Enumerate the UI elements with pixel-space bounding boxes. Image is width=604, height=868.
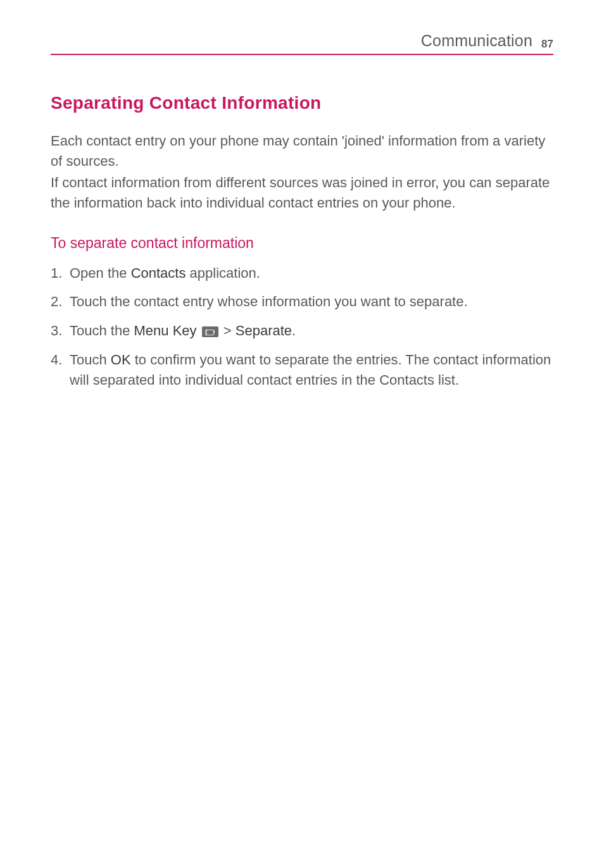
step-number: 3.: [51, 321, 62, 341]
gt-symbol: >: [220, 323, 236, 338]
document-page: Communication 87 Separating Contact Info…: [0, 0, 604, 437]
step-number: 2.: [51, 292, 62, 312]
step-text-post: application.: [186, 265, 260, 281]
menu-key-icon: [202, 326, 218, 337]
step-text: Touch the contact entry whose informatio…: [70, 294, 468, 309]
step-number: 4.: [51, 350, 62, 370]
menu-key-label: Menu Key: [134, 323, 197, 338]
ok-label: OK: [111, 352, 131, 368]
step-text-post: to confirm you want to separate the entr…: [70, 352, 551, 388]
step-number: 1.: [51, 263, 62, 283]
step-4: 4. Touch OK to confirm you want to separ…: [51, 350, 553, 390]
step-3: 3. Touch the Menu Key > Separate.: [51, 321, 553, 341]
subheading: To separate contact information: [51, 235, 553, 252]
page-number: 87: [541, 38, 553, 51]
step-list: 1. Open the Contacts application. 2. Tou…: [51, 263, 553, 390]
step-text-post: .: [292, 323, 296, 338]
header-title: Communication: [421, 32, 532, 50]
step-text-pre: Touch: [70, 352, 111, 368]
step-text-pre: Touch the: [70, 323, 134, 338]
separate-label: Separate: [236, 323, 292, 338]
contacts-label: Contacts: [131, 265, 186, 281]
intro-paragraph-2: If contact information from different so…: [51, 173, 553, 213]
step-text-pre: Open the: [70, 265, 131, 281]
intro-paragraph-1: Each contact entry on your phone may con…: [51, 131, 553, 171]
section-heading: Separating Contact Information: [51, 93, 553, 113]
page-header: Communication 87: [51, 32, 553, 55]
step-2: 2. Touch the contact entry whose informa…: [51, 292, 553, 312]
step-1: 1. Open the Contacts application.: [51, 263, 553, 283]
